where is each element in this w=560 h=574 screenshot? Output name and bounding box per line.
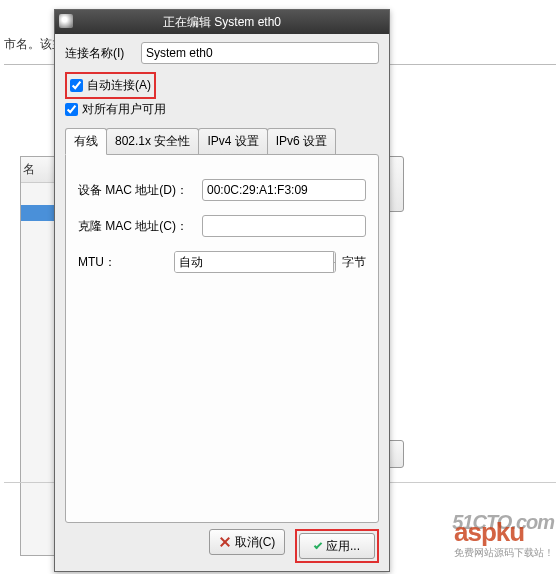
tab-ipv6[interactable]: IPv6 设置 xyxy=(267,128,336,154)
titlebar-text: 正在编辑 System eth0 xyxy=(163,14,281,31)
device-mac-label: 设备 MAC 地址(D)： xyxy=(78,182,202,199)
cancel-button-label: 取消(C) xyxy=(235,534,276,551)
watermark-aspku: aspku 免费网站源码下载站！ xyxy=(454,517,554,560)
watermark-aspku-sub: 免费网站源码下载站！ xyxy=(454,546,554,560)
highlight-auto-connect: 自动连接(A) xyxy=(65,72,156,99)
mtu-unit-label: 字节 xyxy=(342,254,366,271)
mtu-label: MTU： xyxy=(78,254,174,271)
tabs: 有线 802.1x 安全性 IPv4 设置 IPv6 设置 xyxy=(65,128,379,154)
connection-name-input[interactable] xyxy=(141,42,379,64)
cancel-icon xyxy=(219,536,231,548)
tab-panel-wired: 设备 MAC 地址(D)： 克隆 MAC 地址(C)： MTU： ▲ xyxy=(65,154,379,523)
device-mac-row: 设备 MAC 地址(D)： xyxy=(78,179,366,201)
all-users-row[interactable]: 对所有用户可用 xyxy=(65,101,379,118)
apply-button-label: 应用... xyxy=(326,538,360,555)
connection-name-label: 连接名称(I) xyxy=(65,45,141,62)
device-mac-input[interactable] xyxy=(202,179,366,201)
mtu-row: MTU： ▲ ▼ 字节 xyxy=(78,251,366,273)
cloned-mac-input[interactable] xyxy=(202,215,366,237)
auto-connect-label: 自动连接(A) xyxy=(87,77,151,94)
cloned-mac-row: 克隆 MAC 地址(C)： xyxy=(78,215,366,237)
apply-icon xyxy=(314,540,322,548)
window-icon xyxy=(59,14,73,28)
mtu-input[interactable] xyxy=(175,252,333,272)
dialog-button-bar: 取消(C) 应用... xyxy=(65,523,379,563)
edit-connection-dialog: 正在编辑 System eth0 连接名称(I) 自动连接(A) 对所有用户可用… xyxy=(54,9,390,572)
mtu-spinbutton[interactable]: ▲ ▼ xyxy=(174,251,336,273)
cloned-mac-label: 克隆 MAC 地址(C)： xyxy=(78,218,202,235)
auto-connect-row[interactable]: 自动连接(A) xyxy=(70,77,151,94)
titlebar[interactable]: 正在编辑 System eth0 xyxy=(55,10,389,34)
highlight-apply: 应用... xyxy=(295,529,379,563)
tab-wired[interactable]: 有线 xyxy=(65,128,107,155)
apply-button[interactable]: 应用... xyxy=(299,533,375,559)
mtu-spin-up-icon[interactable]: ▲ xyxy=(334,252,336,263)
notebook: 有线 802.1x 安全性 IPv4 设置 IPv6 设置 设备 MAC 地址(… xyxy=(65,128,379,523)
tab-ipv4[interactable]: IPv4 设置 xyxy=(198,128,267,154)
all-users-label: 对所有用户可用 xyxy=(82,101,166,118)
tab-8021x[interactable]: 802.1x 安全性 xyxy=(106,128,199,154)
cancel-button[interactable]: 取消(C) xyxy=(209,529,285,555)
connection-name-row: 连接名称(I) xyxy=(65,42,379,64)
mtu-spin-arrows: ▲ ▼ xyxy=(333,252,336,272)
mtu-spin-down-icon[interactable]: ▼ xyxy=(334,263,336,273)
auto-connect-checkbox[interactable] xyxy=(70,79,83,92)
dialog-body: 连接名称(I) 自动连接(A) 对所有用户可用 有线 802.1x 安全性 IP… xyxy=(55,34,389,571)
all-users-checkbox[interactable] xyxy=(65,103,78,116)
